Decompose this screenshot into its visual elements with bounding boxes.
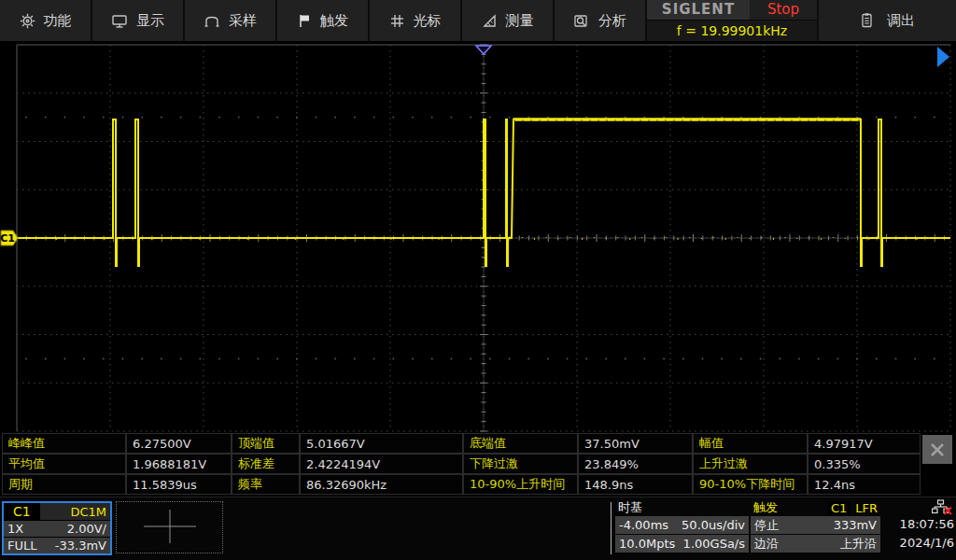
timebase-box[interactable]: 时基 -4.00ms 50.0us/div 10.0Mpts 1.00GSa/s <box>615 499 749 553</box>
menu-item-measure[interactable]: 测量 <box>462 0 555 41</box>
trigger-box[interactable]: 触发 C1 LFR 停止 333mV 边沿 上升沿 <box>751 499 880 553</box>
timebase-delay: -4.00ms <box>619 518 668 532</box>
meas-label: 下降过激 <box>463 454 578 474</box>
menu-item-display[interactable]: 显示 <box>92 0 185 41</box>
run-state-indicator[interactable]: Stop <box>750 0 817 20</box>
clock-block: 18:07:56 2024/1/6 <box>883 499 954 553</box>
crosshair-icon <box>137 506 203 547</box>
meas-value: 4.97917V <box>808 433 921 454</box>
meas-value: 86.32690kHz <box>300 474 463 495</box>
meas-value: 148.9ns <box>578 474 693 495</box>
meas-label: 底端值 <box>463 433 578 454</box>
trigger-slope: 上升沿 <box>840 536 877 553</box>
trigger-coupling: LFR <box>855 501 878 515</box>
menu-item-label: 光标 <box>414 12 442 30</box>
channel1-bandwidth: FULL <box>7 539 36 553</box>
sampling-icon <box>204 13 220 29</box>
close-icon <box>929 441 946 458</box>
menu-item-trigger[interactable]: 触发 <box>277 0 370 41</box>
meas-label: 周期 <box>2 474 126 495</box>
meas-value: 0.335% <box>808 454 921 474</box>
memory-depth: 10.0Mpts <box>619 537 675 551</box>
trigger-mode: 停止 <box>754 517 779 534</box>
trigger-source: C1 <box>828 501 850 515</box>
empty-channel-slot[interactable] <box>116 501 223 553</box>
waveform-display[interactable]: C1 <box>0 41 956 432</box>
clock-date: 2024/1/6 <box>883 534 954 553</box>
menu-item-label: 采样 <box>229 12 257 30</box>
meas-label: 峰峰值 <box>2 433 126 454</box>
channel1-offset: -33.3mV <box>55 539 106 553</box>
trigger-flag-icon <box>297 13 312 29</box>
meas-label: 平均值 <box>2 454 126 474</box>
analysis-icon <box>573 13 590 29</box>
menu-item-recall[interactable]: 调出 <box>819 0 956 41</box>
measurement-close-button[interactable] <box>922 435 952 464</box>
channel1-probe: 1X <box>7 522 23 536</box>
meas-value: 12.4ns <box>808 474 921 495</box>
gear-icon <box>20 13 35 29</box>
display-icon <box>111 13 128 29</box>
meas-label: 幅值 <box>693 433 808 454</box>
channel1-name: C1 <box>4 503 40 520</box>
trigger-type: 边沿 <box>754 536 779 553</box>
meas-value: 5.01667V <box>300 433 463 454</box>
meas-label: 上升过激 <box>693 454 808 474</box>
channel1-scale: 2.00V/ <box>67 522 106 536</box>
siglent-logo: SIGLENT <box>647 0 750 20</box>
channel1-descriptor-box[interactable]: C1 DC1M 1X 2.00V/ FULL -33.3mV <box>2 501 112 555</box>
top-menu-bar: 功能 显示 采样 触发 <box>0 0 956 41</box>
bottom-status-bar: C1 DC1M 1X 2.00V/ FULL -33.3mV 时基 -4.00m… <box>0 497 956 560</box>
meas-value: 23.849% <box>578 454 693 474</box>
meas-value: 37.50mV <box>578 433 693 454</box>
meas-value: 2.4224194V <box>300 454 463 474</box>
timebase-scale: 50.0us/div <box>682 518 745 532</box>
logo-status-block: SIGLENT Stop f = 19.99901kHz <box>647 0 819 41</box>
menu-item-label: 显示 <box>136 12 164 30</box>
clock-time: 18:07:56 <box>883 515 954 534</box>
cursor-icon <box>389 13 405 29</box>
menu-item-label: 触发 <box>320 12 348 30</box>
sample-rate: 1.00GSa/s <box>683 537 745 551</box>
trigger-level: 333mV <box>834 518 877 532</box>
trigger-offscreen-arrow[interactable] <box>937 47 949 67</box>
channel1-coupling: DC1M <box>70 505 110 519</box>
menu-item-label: 调出 <box>887 12 915 30</box>
channel1-ground-marker[interactable]: C1 <box>0 231 18 245</box>
menu-item-cursors[interactable]: 光标 <box>370 0 462 41</box>
menu-item-label: 分析 <box>598 12 626 30</box>
trigger-position-marker[interactable] <box>476 46 491 54</box>
clipboard-icon <box>860 12 874 29</box>
menu-item-analysis[interactable]: 分析 <box>555 0 647 41</box>
measure-icon <box>482 13 498 29</box>
statusbar-divider <box>611 502 612 554</box>
meas-value: 11.5839us <box>126 474 232 495</box>
svg-text:C1: C1 <box>0 232 15 245</box>
menu-item-label: 测量 <box>506 12 534 30</box>
menu-item-label: 功能 <box>44 12 72 30</box>
meas-label: 标准差 <box>232 454 300 474</box>
meas-value: 6.27500V <box>126 433 232 454</box>
meas-label: 顶端值 <box>232 433 300 454</box>
meas-label: 90-10%下降时间 <box>693 474 808 495</box>
menu-item-utility[interactable]: 功能 <box>0 0 92 41</box>
trigger-title: 触发 <box>753 499 778 516</box>
measurement-table: 峰峰值6.27500V顶端值5.01667V底端值37.50mV幅值4.9791… <box>2 433 921 495</box>
meas-value: 1.9688181V <box>126 454 232 474</box>
trigger-frequency-readout: f = 19.99901kHz <box>647 20 817 41</box>
timebase-title: 时基 <box>618 499 642 516</box>
meas-label: 频率 <box>232 474 300 495</box>
network-icon <box>932 499 952 515</box>
meas-label: 10-90%上升时间 <box>463 474 578 495</box>
menu-item-acquire[interactable]: 采样 <box>185 0 277 41</box>
